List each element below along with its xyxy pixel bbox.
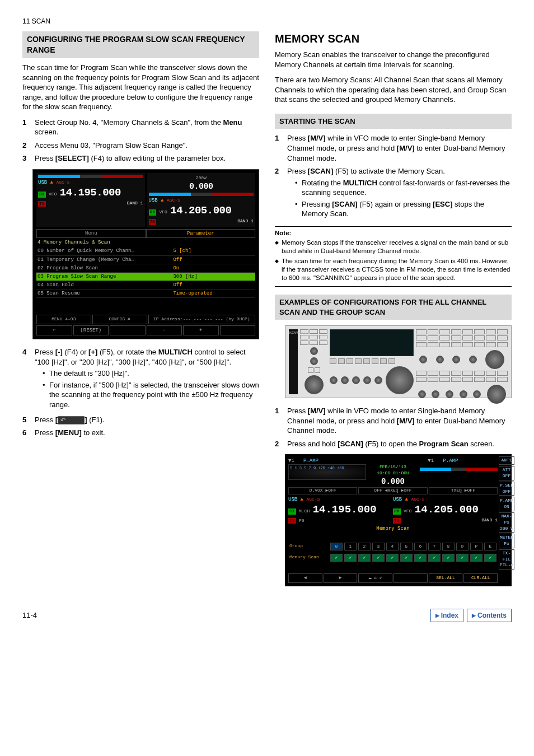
step-6: Press [MENU] to exit. xyxy=(35,428,259,438)
left-section-heading: CONFIGURING THE PROGRAM SLOW SCAN FREQUE… xyxy=(22,31,259,58)
menu-screenshot: USB ▲ AGC-S RX VFO 14.195.000 TXBAND 1 2… xyxy=(32,169,259,339)
start-step-2-bullet-1: Rotating the MULTI/CH control fast-forwa… xyxy=(295,178,512,198)
memory-scan-p1: Memory Scan enables the transceiver to c… xyxy=(275,50,512,69)
note-1: Memory Scan stops if the transceiver rec… xyxy=(275,239,512,255)
starting-scan-heading: STARTING THE SCAN xyxy=(275,114,512,129)
memory-scan-screenshot: ▼1 P.AMP▼1 P.AMP S 1 3 5 7 9 +20 +40 +60… xyxy=(285,454,512,586)
memory-scan-heading: MEMORY SCAN xyxy=(275,31,512,46)
step-4-bullet-1: The default is "300 [Hz]". xyxy=(43,368,259,379)
start-step-2-bullet-2: Pressing [SCAN] (F5) again or pressing [… xyxy=(295,199,512,219)
step-2: Access Menu 03, "Program Slow Scan Range… xyxy=(35,141,259,151)
note-2: The scan time for each frequency during … xyxy=(275,257,512,282)
start-step-2: Press [SCAN] (F5) to activate the Memory… xyxy=(287,166,512,221)
start-step-1: Press [M/V] while in VFO mode to enter S… xyxy=(287,133,512,163)
index-button[interactable]: Index xyxy=(430,609,463,622)
step-5: Press [] (F1). xyxy=(35,415,259,425)
step-4: Press [-] (F4) or [+] (F5), or rotate th… xyxy=(35,347,259,411)
examples-heading: EXAMPLES OF CONFIGURATIONS FOR THE ALL C… xyxy=(275,295,512,320)
example-step-1: Press [M/V] while in VFO mode to enter S… xyxy=(287,406,512,436)
step-4-bullet-2: For instance, if "500 [Hz]" is selected,… xyxy=(43,380,259,410)
step-3: Press [SELECT] (F4) to allow editing of … xyxy=(35,153,259,164)
memory-scan-p2: There are two Memory Scans: All Channel … xyxy=(275,75,512,105)
left-intro-paragraph: The scan time for Program Scan while the… xyxy=(22,63,259,112)
note-box: Note: Memory Scan stops if the transceiv… xyxy=(275,226,512,287)
contents-button[interactable]: Contents xyxy=(467,609,512,622)
right-column: MEMORY SCAN Memory Scan enables the tran… xyxy=(275,31,512,592)
left-column: CONFIGURING THE PROGRAM SLOW SCAN FREQUE… xyxy=(22,31,259,592)
radio-front-panel-illustration xyxy=(285,325,512,398)
page-chapter-header: 11 SCAN xyxy=(22,17,512,26)
step-1: Select Group No. 4, "Memory Channels & S… xyxy=(35,118,259,137)
return-icon xyxy=(58,416,85,424)
example-step-2: Press and hold [SCAN] (F5) to open the P… xyxy=(287,439,512,449)
page-number: 11-4 xyxy=(22,610,37,620)
